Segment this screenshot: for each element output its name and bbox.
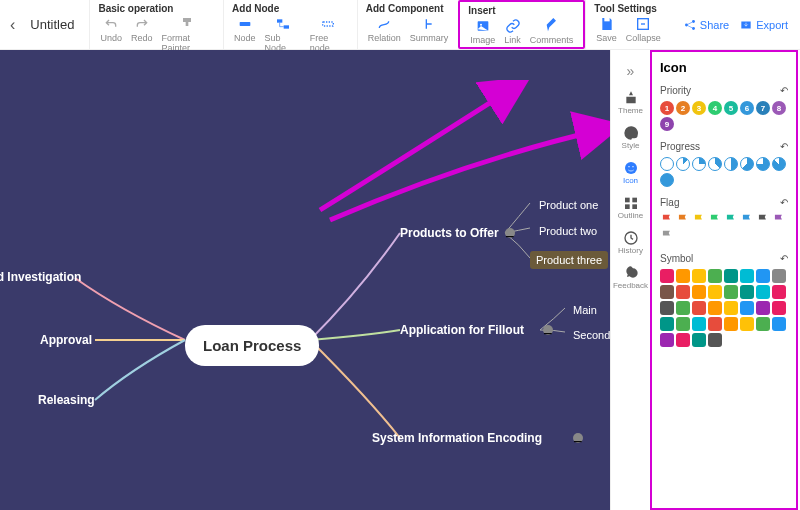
left-node[interactable]: Releasing bbox=[38, 393, 95, 407]
symbol-icon-19[interactable] bbox=[708, 301, 722, 315]
symbol-icon-3[interactable] bbox=[708, 269, 722, 283]
symbol-icon-17[interactable] bbox=[676, 301, 690, 315]
priority-icon-1[interactable]: 1 bbox=[660, 101, 674, 115]
priority-reset-icon[interactable]: ↶ bbox=[780, 85, 788, 96]
symbol-icon-14[interactable] bbox=[756, 285, 770, 299]
expand-dot[interactable]: − bbox=[543, 325, 553, 335]
link-button[interactable]: Link bbox=[502, 18, 523, 45]
expand-dot[interactable]: − bbox=[573, 433, 583, 443]
sub-node-selected[interactable]: Product three bbox=[530, 251, 608, 269]
symbol-icon-1[interactable] bbox=[676, 269, 690, 283]
symbol-icon-28[interactable] bbox=[724, 317, 738, 331]
flag-icon-4[interactable] bbox=[724, 213, 738, 227]
side-feedback[interactable]: Feedback bbox=[611, 261, 650, 294]
symbol-icon-10[interactable] bbox=[692, 285, 706, 299]
symbol-icon-11[interactable] bbox=[708, 285, 722, 299]
symbol-icon-9[interactable] bbox=[676, 285, 690, 299]
symbol-icon-0[interactable] bbox=[660, 269, 674, 283]
symbol-icon-20[interactable] bbox=[724, 301, 738, 315]
flag-icon-2[interactable] bbox=[692, 213, 706, 227]
sub-node[interactable]: Secondary bbox=[567, 326, 610, 344]
symbol-icon-24[interactable] bbox=[660, 317, 674, 331]
expand-dot[interactable]: − bbox=[505, 228, 515, 238]
flag-icon-6[interactable] bbox=[756, 213, 770, 227]
symbol-reset-icon[interactable]: ↶ bbox=[780, 253, 788, 264]
freenode-button[interactable]: Free node bbox=[308, 16, 349, 53]
symbol-icon-25[interactable] bbox=[676, 317, 690, 331]
priority-icon-7[interactable]: 7 bbox=[756, 101, 770, 115]
mindmap-canvas[interactable]: Loan Process round Investigation Approva… bbox=[0, 50, 610, 510]
flag-reset-icon[interactable]: ↶ bbox=[780, 197, 788, 208]
priority-icon-8[interactable]: 8 bbox=[772, 101, 786, 115]
progress-icon-5[interactable] bbox=[740, 157, 754, 171]
center-node[interactable]: Loan Process bbox=[185, 325, 319, 366]
left-node[interactable]: Approval bbox=[40, 333, 92, 347]
priority-icon-4[interactable]: 4 bbox=[708, 101, 722, 115]
progress-icon-3[interactable] bbox=[708, 157, 722, 171]
right-node[interactable]: Application for Fillout bbox=[400, 323, 524, 337]
side-style[interactable]: Style bbox=[611, 121, 650, 154]
right-node[interactable]: System Information Encoding bbox=[372, 431, 542, 445]
redo-button[interactable]: Redo bbox=[129, 16, 155, 53]
symbol-icon-4[interactable] bbox=[724, 269, 738, 283]
symbol-icon-30[interactable] bbox=[756, 317, 770, 331]
side-outline[interactable]: Outline bbox=[611, 191, 650, 224]
symbol-icon-31[interactable] bbox=[772, 317, 786, 331]
image-button[interactable]: Image bbox=[468, 18, 497, 45]
undo-button[interactable]: Undo bbox=[98, 16, 124, 53]
symbol-icon-21[interactable] bbox=[740, 301, 754, 315]
right-node[interactable]: Products to Offer bbox=[400, 226, 499, 240]
flag-icon-7[interactable] bbox=[772, 213, 786, 227]
symbol-icon-29[interactable] bbox=[740, 317, 754, 331]
symbol-icon-27[interactable] bbox=[708, 317, 722, 331]
priority-icon-6[interactable]: 6 bbox=[740, 101, 754, 115]
left-node[interactable]: round Investigation bbox=[0, 270, 81, 284]
summary-button[interactable]: Summary bbox=[408, 16, 451, 43]
symbol-icon-33[interactable] bbox=[676, 333, 690, 347]
share-button[interactable]: Share bbox=[683, 18, 729, 32]
flag-icon-8[interactable] bbox=[660, 229, 674, 243]
symbol-icon-23[interactable] bbox=[772, 301, 786, 315]
symbol-icon-18[interactable] bbox=[692, 301, 706, 315]
progress-icon-6[interactable] bbox=[756, 157, 770, 171]
symbol-icon-32[interactable] bbox=[660, 333, 674, 347]
priority-icon-2[interactable]: 2 bbox=[676, 101, 690, 115]
symbol-icon-13[interactable] bbox=[740, 285, 754, 299]
progress-icon-0[interactable] bbox=[660, 157, 674, 171]
progress-icon-7[interactable] bbox=[772, 157, 786, 171]
sub-node[interactable]: Product one bbox=[533, 196, 604, 214]
sub-node[interactable]: Main bbox=[567, 301, 603, 319]
symbol-icon-12[interactable] bbox=[724, 285, 738, 299]
side-theme[interactable]: Theme bbox=[611, 86, 650, 119]
symbol-icon-34[interactable] bbox=[692, 333, 706, 347]
symbol-icon-16[interactable] bbox=[660, 301, 674, 315]
subnode-button[interactable]: Sub Node bbox=[263, 16, 303, 53]
priority-icon-3[interactable]: 3 bbox=[692, 101, 706, 115]
symbol-icon-5[interactable] bbox=[740, 269, 754, 283]
symbol-icon-7[interactable] bbox=[772, 269, 786, 283]
panel-collapse-icon[interactable]: » bbox=[622, 58, 640, 84]
flag-icon-0[interactable] bbox=[660, 213, 674, 227]
save-button[interactable]: Save bbox=[594, 16, 619, 43]
flag-icon-5[interactable] bbox=[740, 213, 754, 227]
back-button[interactable]: ‹ bbox=[0, 16, 25, 34]
sub-node[interactable]: Product two bbox=[533, 222, 603, 240]
symbol-icon-26[interactable] bbox=[692, 317, 706, 331]
symbol-icon-6[interactable] bbox=[756, 269, 770, 283]
flag-icon-1[interactable] bbox=[676, 213, 690, 227]
symbol-icon-15[interactable] bbox=[772, 285, 786, 299]
priority-icon-9[interactable]: 9 bbox=[660, 117, 674, 131]
comments-button[interactable]: Comments bbox=[528, 18, 576, 45]
progress-icon-1[interactable] bbox=[676, 157, 690, 171]
progress-icon-8[interactable] bbox=[660, 173, 674, 187]
flag-icon-3[interactable] bbox=[708, 213, 722, 227]
relation-button[interactable]: Relation bbox=[366, 16, 403, 43]
progress-icon-4[interactable] bbox=[724, 157, 738, 171]
node-button[interactable]: Node bbox=[232, 16, 258, 53]
progress-reset-icon[interactable]: ↶ bbox=[780, 141, 788, 152]
symbol-icon-2[interactable] bbox=[692, 269, 706, 283]
doc-title[interactable]: Untitled bbox=[25, 17, 89, 32]
side-history[interactable]: History bbox=[611, 226, 650, 259]
priority-icon-5[interactable]: 5 bbox=[724, 101, 738, 115]
side-icon[interactable]: Icon bbox=[611, 156, 650, 189]
